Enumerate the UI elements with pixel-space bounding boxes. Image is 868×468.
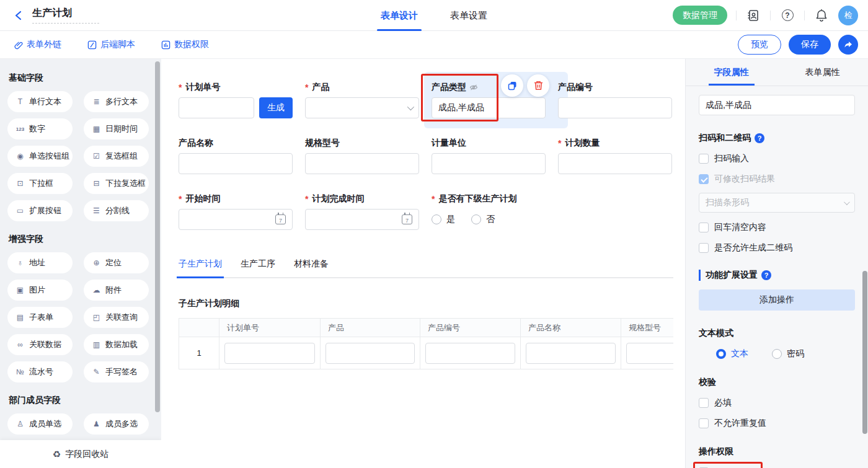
sidebar-item-label: 多行文本 [105, 96, 138, 107]
radio-yes[interactable]: 是 [432, 214, 455, 225]
tab-production-process[interactable]: 生产工序 [241, 258, 275, 277]
sidebar-item-multi-text[interactable]: ≣多行文本 [84, 91, 149, 112]
checkbox-allow-qr[interactable]: 是否允许生成二维码 [699, 242, 855, 254]
field-product-name[interactable]: 产品名称 [179, 137, 293, 174]
sidebar-item-linked-query[interactable]: ◰关联查询 [84, 307, 149, 328]
sidebar-item-label: 地址 [29, 257, 45, 268]
sidebar-item-single-text[interactable]: T单行文本 [7, 91, 73, 112]
generate-button[interactable]: 生成 [259, 97, 293, 118]
tab-form-design[interactable]: 表单设计 [381, 0, 418, 31]
preview-button[interactable]: 预览 [738, 35, 781, 55]
field-finish-time[interactable]: 计划完成时间 7 [305, 193, 419, 230]
help-icon[interactable]: ? [779, 7, 795, 24]
contact-book-icon[interactable] [745, 7, 761, 24]
sidebar-item-checkbox-group[interactable]: ☑复选框组 [84, 146, 149, 167]
sidebar-item-dropdown[interactable]: ⊡下拉框 [7, 173, 73, 194]
field-product-type[interactable]: 产品类型 成品,半成品 [432, 81, 546, 118]
field-plan-no[interactable]: 计划单号 生成 [179, 81, 293, 118]
sidebar-item-data-load[interactable]: ▥数据加载 [84, 334, 149, 355]
calendar-icon: 7 [275, 214, 286, 224]
product-type-input[interactable]: 成品,半成品 [432, 97, 546, 118]
product-select[interactable] [305, 97, 419, 118]
permission-title: 操作权限 [699, 446, 855, 457]
scan-type-select[interactable]: 扫描条形码 [699, 193, 855, 213]
tab-sub-production-plan[interactable]: 子生产计划 [179, 258, 222, 277]
checkbox-no-duplicate[interactable]: 不允许重复值 [699, 418, 855, 429]
backend-script-link[interactable]: 后端脚本 [87, 39, 135, 50]
cell-input-spec-model[interactable] [626, 343, 673, 364]
sidebar-item-signature[interactable]: ✎手写签名 [84, 361, 149, 382]
checkbox-label: 可修改扫码结果 [714, 174, 775, 185]
field-plan-qty[interactable]: 计划数量 [558, 137, 672, 174]
notification-bell-icon[interactable] [813, 7, 830, 24]
sidebar-item-linked-data[interactable]: ∞关联数据 [7, 334, 73, 355]
cell-input-product-code[interactable] [425, 343, 515, 364]
checkbox-enter-clear[interactable]: 回车清空内容 [699, 222, 855, 233]
divider-icon: ☰ [91, 206, 102, 215]
start-time-input[interactable]: 7 [179, 209, 293, 230]
sidebar-item-multi-dropdown[interactable]: ⊟下拉复选框 [84, 173, 149, 194]
sidebar-item-radio-group[interactable]: ◉单选按钮组 [7, 146, 73, 167]
help-badge-icon[interactable]: ? [755, 133, 764, 143]
radio-no[interactable]: 否 [471, 214, 495, 225]
help-badge-icon[interactable]: ? [761, 270, 771, 280]
data-manage-button[interactable]: 数据管理 [673, 6, 727, 25]
tab-material-prep[interactable]: 材料准备 [294, 258, 329, 277]
sidebar-item-member-single[interactable]: ♙成员单选 [7, 413, 73, 435]
field-product[interactable]: 产品 [305, 81, 419, 118]
cell-input-product-name[interactable] [526, 343, 616, 364]
sidebar-item-address[interactable]: ♁地址 [7, 252, 73, 273]
copy-field-button[interactable] [501, 74, 523, 97]
field-unit[interactable]: 计量单位 [432, 137, 546, 174]
field-value-input[interactable]: 成品,半成品 [699, 95, 855, 115]
plan-qty-input[interactable] [558, 153, 672, 174]
sidebar-item-number[interactable]: 123数字 [7, 118, 73, 139]
tab-form-properties[interactable]: 表单属性 [777, 59, 868, 86]
sidebar-item-location[interactable]: ⊕定位 [84, 252, 149, 273]
sidebar-item-datetime[interactable]: ▦日期时间 [84, 118, 149, 139]
finish-time-input[interactable]: 7 [305, 209, 419, 230]
product-code-input[interactable] [558, 97, 672, 118]
field-product-code[interactable]: 产品编号 [558, 81, 672, 118]
radio-password-mode[interactable]: 密码 [772, 348, 804, 360]
save-button[interactable]: 保存 [789, 35, 831, 55]
share-button[interactable] [838, 35, 858, 55]
extension-section-title: 功能扩展设置 ? [699, 270, 855, 281]
radio-label: 文本 [731, 348, 748, 360]
checkbox-scan-input[interactable]: 扫码输入 [699, 153, 855, 164]
field-has-sub-plan[interactable]: 是否有下级生产计划 是 否 [432, 193, 556, 230]
property-panel: 字段属性 表单属性 成品,半成品 扫码和二维码 ? 扫码输入 可修改扫码结果 扫… [685, 59, 868, 468]
add-action-button[interactable]: 添加操作 [699, 289, 855, 311]
plan-no-input[interactable] [179, 97, 254, 118]
sidebar-item-member-multi[interactable]: ♟成员多选 [84, 413, 149, 435]
sidebar-item-subform[interactable]: ▤子表单 [7, 307, 73, 328]
section-title-basic-fields: 基础字段 [9, 73, 161, 84]
field-recycle-bin[interactable]: ♻ 字段回收站 [0, 440, 161, 468]
delete-field-button[interactable] [527, 74, 549, 97]
data-permission-link[interactable]: 数据权限 [161, 39, 209, 50]
tab-field-properties[interactable]: 字段属性 [686, 59, 777, 86]
field-row: 计划单号 生成 产品 产品类型 成品,半成品 [179, 81, 685, 118]
checkbox-editable-scan-result[interactable]: 可修改扫码结果 [699, 174, 855, 185]
unit-input[interactable] [432, 153, 546, 174]
window-scrollbar[interactable] [862, 271, 867, 434]
spec-model-input[interactable] [305, 153, 419, 174]
sidebar-scrollbar[interactable] [155, 61, 160, 412]
sidebar-item-attachment[interactable]: ☁附件 [84, 280, 149, 301]
form-external-link[interactable]: 表单外链 [14, 39, 61, 50]
tab-form-settings[interactable]: 表单设置 [450, 0, 487, 31]
cell-input-product[interactable] [326, 343, 415, 364]
avatar[interactable]: 检 [838, 6, 858, 25]
sidebar-item-serial-number[interactable]: №流水号 [7, 361, 73, 382]
cell-input-plan-no[interactable] [224, 343, 315, 364]
field-start-time[interactable]: 开始时间 7 [179, 193, 293, 230]
sidebar-item-divider-line[interactable]: ☰分割线 [84, 200, 149, 221]
sidebar-item-extend-button[interactable]: ▭扩展按钮 [7, 200, 73, 221]
field-spec-model[interactable]: 规格型号 [305, 137, 419, 174]
radio-text-mode[interactable]: 文本 [716, 348, 748, 360]
back-button[interactable] [11, 8, 26, 23]
sidebar-item-image[interactable]: ▣图片 [7, 280, 73, 301]
product-name-input[interactable] [179, 153, 293, 174]
checkbox-required[interactable]: 必填 [699, 397, 855, 408]
linked-data-icon: ∞ [15, 340, 25, 349]
